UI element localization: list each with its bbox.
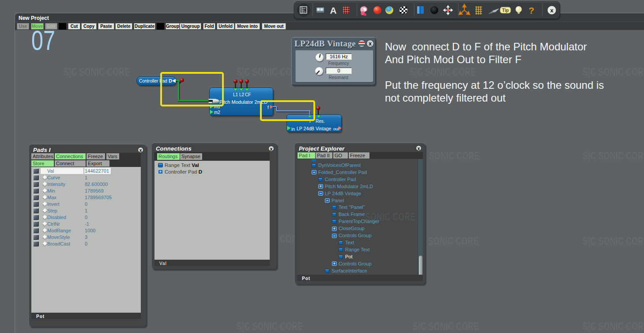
svg-text:x: x	[369, 41, 372, 47]
svg-text:Tip: Tip	[502, 8, 509, 13]
svg-text:A: A	[330, 5, 336, 15]
svg-text:x: x	[550, 7, 554, 14]
svg-text:?: ?	[529, 5, 535, 15]
